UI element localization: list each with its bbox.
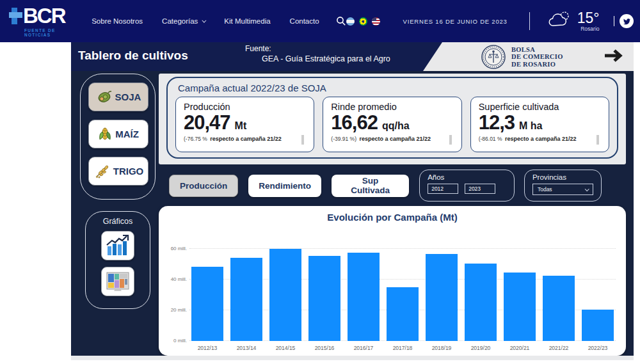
bcr-logo[interactable]: BCR FUENTE DE NOTICIAS <box>9 5 75 37</box>
y-axis-tick: 20 mill. <box>160 307 187 313</box>
y-axis-tick: 0 mill. <box>160 338 187 344</box>
years-label: Años <box>428 173 506 181</box>
nav-menu: Sobre Nosotros Categorías Kit Multimedia… <box>92 17 319 25</box>
bar-2017/18[interactable] <box>387 287 419 341</box>
kpi-card-rinde: Rinde promedio 16,62 qq/ha (-39.91 %) re… <box>323 97 461 152</box>
nav-item-kit-multimedia[interactable]: Kit Multimedia <box>224 17 270 25</box>
caption-scrollbar[interactable] <box>301 135 304 145</box>
org-line2: DE COMERCIO <box>511 53 563 61</box>
x-axis-label: 2022/23 <box>582 345 614 351</box>
charts-panel: Gráficos <box>85 211 150 309</box>
usa-flag-icon[interactable] <box>372 17 380 26</box>
crop-button-maiz[interactable]: MAÍZ <box>88 120 148 148</box>
kpi-unit: M ha <box>519 120 542 132</box>
chevron-down-icon <box>202 18 207 22</box>
provinces-label: Provincias <box>532 173 593 181</box>
chart-plot-area: 0 mill.20 mill.40 mill.60 mill. <box>189 230 616 341</box>
bcr-org-logo: BOLSA DE COMERCIO DE ROSARIO <box>481 44 563 70</box>
provinces-filter: Provincias Todas <box>524 170 602 202</box>
chevron-down-icon <box>585 187 589 191</box>
kpi-title: Campaña actual 2022/23 de SOJA <box>168 78 617 93</box>
source-value: GEA - Guía Estratégica para el Agro <box>239 54 390 63</box>
page: BCR FUENTE DE NOTICIAS Sobre Nosotros Ca… <box>0 0 640 364</box>
years-filter: Años <box>419 170 515 202</box>
dashboard-footer-strip <box>71 356 634 360</box>
kpi-unit: qq/ha <box>382 120 410 132</box>
bar-chart-trend-icon <box>106 235 130 257</box>
dashboard-content: Campaña actual 2022/23 de SOJA Producció… <box>159 71 634 356</box>
bar-2018/19[interactable] <box>426 254 458 341</box>
top-nav: BCR FUENTE DE NOTICIAS Sobre Nosotros Ca… <box>0 0 640 42</box>
language-flags <box>346 17 380 26</box>
metric-button-produccion[interactable]: Producción <box>169 175 238 197</box>
kpi-value: 20,47 <box>184 113 230 133</box>
temperature: 15° <box>577 10 600 26</box>
bcr-logo-subtitle: FUENTE DE NOTICIAS <box>24 28 75 37</box>
bar-2019/20[interactable] <box>465 264 497 341</box>
nav-item-sobre-nosotros[interactable]: Sobre Nosotros <box>92 17 143 25</box>
bar-chart-view-button[interactable] <box>101 231 134 260</box>
weather-city: Rosario <box>580 26 599 32</box>
x-axis-label: 2021/22 <box>543 345 575 351</box>
source-banner: Fuente: GEA - Guía Estratégica para el A… <box>239 44 390 63</box>
bar-2016/17[interactable] <box>348 253 380 341</box>
crop-button-soja[interactable]: SOJA <box>88 83 148 111</box>
x-axis-label: 2017/18 <box>387 345 419 351</box>
argentina-flag-icon[interactable] <box>346 17 355 26</box>
evolution-chart-panel: Evolución por Campaña (Mt) 0 mill.20 mil… <box>159 206 626 356</box>
metric-button-sup-cultivada[interactable]: Sup Cultivada <box>332 175 409 197</box>
kpi-card-produccion: Producción 20,47 Mt (-76.75 % respecto a… <box>175 97 314 152</box>
bar-2015/16[interactable] <box>308 256 340 341</box>
x-axis-label: 2018/19 <box>426 345 458 351</box>
nav-date: VIERNES 16 DE JUNIO DE 2023 <box>403 18 508 25</box>
nav-separator <box>529 12 530 30</box>
bar-2020/21[interactable] <box>504 273 536 341</box>
nav-item-contacto[interactable]: Contacto <box>290 17 319 25</box>
crop-selector-panel: SOJA MAÍZ <box>80 74 156 200</box>
soybean-icon <box>96 90 112 104</box>
crop-button-trigo[interactable]: TRIGO <box>88 157 148 186</box>
weather-widget: 15° Rosario <box>548 10 600 32</box>
dashboard-title: Tablero de cultivos <box>78 49 188 63</box>
x-axis-label: 2012/13 <box>191 345 223 351</box>
kpi-container: Campaña actual 2022/23 de SOJA Producció… <box>166 77 618 159</box>
dashboard-header: Tablero de cultivos Fuente: GEA - Guía E… <box>71 42 634 71</box>
year-from-input[interactable] <box>428 184 458 194</box>
kpi-value: 12,3 <box>479 113 515 133</box>
bcr-plus-icon <box>9 5 24 27</box>
nav-right-cluster: VIERNES 16 DE JUNIO DE 2023 15° Rosario <box>346 10 634 32</box>
bcr-seal-icon <box>481 44 506 70</box>
brazil-flag-icon[interactable] <box>359 17 367 26</box>
wheat-icon <box>93 164 110 178</box>
bar-2021/22[interactable] <box>543 276 575 341</box>
metric-button-rendimiento[interactable]: Rendimiento <box>248 175 321 197</box>
caption-scrollbar[interactable] <box>449 135 452 145</box>
arrow-right-icon[interactable] <box>604 47 624 64</box>
nav-item-categorias[interactable]: Categorías <box>162 17 205 25</box>
bar-2022/23[interactable] <box>582 310 614 341</box>
cloudy-icon <box>548 10 571 28</box>
caption-scrollbar[interactable] <box>596 135 599 145</box>
org-line1: BOLSA <box>511 46 563 54</box>
source-label: Fuente: <box>239 44 390 53</box>
kpi-unit: Mt <box>235 120 247 132</box>
year-to-input[interactable] <box>465 184 495 194</box>
search-icon[interactable] <box>336 16 346 26</box>
y-axis-tick: 40 mill. <box>160 276 187 282</box>
x-axis-label: 2014/15 <box>269 345 301 351</box>
org-line3: DE ROSARIO <box>511 61 563 68</box>
charts-label: Gráficos <box>86 217 150 226</box>
kpi-value: 16,62 <box>331 113 378 133</box>
x-axis-label: 2016/17 <box>348 345 380 351</box>
bar-2014/15[interactable] <box>269 249 301 341</box>
bar-2012/13[interactable] <box>191 267 223 341</box>
provinces-select[interactable]: Todas <box>532 184 593 195</box>
x-axis-label: 2015/16 <box>308 345 340 351</box>
bar-2013/14[interactable] <box>230 258 262 341</box>
chart-x-axis: 2012/132013/142014/152015/162016/172017/… <box>189 345 616 351</box>
kpi-caption: (-39.91 %) respecto a campaña 21/22 <box>331 134 454 146</box>
treemap-view-button[interactable] <box>101 267 134 296</box>
twitter-icon[interactable] <box>620 14 634 28</box>
social-separator <box>614 16 615 26</box>
y-axis-tick: 60 mill. <box>160 246 187 251</box>
